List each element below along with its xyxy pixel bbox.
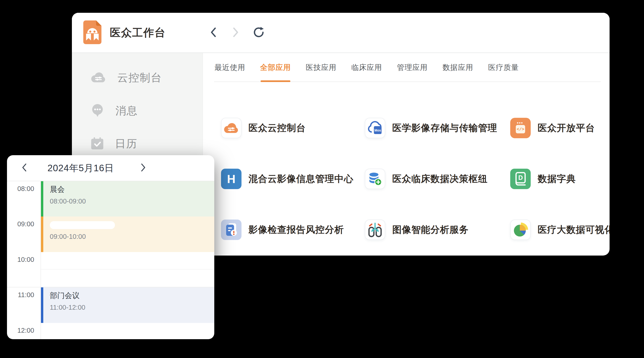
sidebar-item-calendar[interactable]: 日历 xyxy=(72,132,203,156)
event-time-range: 08:00-09:00 xyxy=(50,197,214,205)
app-name: 医众云控制台 xyxy=(248,122,306,134)
calendar-row-0800: 08:00 晨会 08:00-09:00 xyxy=(7,181,214,216)
app-data-dictionary[interactable]: D 数据字典 xyxy=(510,153,610,204)
svg-text:</>: </> xyxy=(517,127,524,132)
calendar-empty-slot[interactable] xyxy=(41,252,214,287)
svg-text:D: D xyxy=(518,174,523,181)
sidebar-item-messages[interactable]: 消息 xyxy=(72,99,203,123)
pie-chart-icon xyxy=(510,219,531,240)
lungs-icon xyxy=(365,219,385,240)
sidebar-item-cloud-console[interactable]: 云控制台 xyxy=(72,66,203,90)
app-clinical-data-hub[interactable]: 医众临床数据决策枢纽 xyxy=(365,153,510,204)
calendar-icon xyxy=(91,137,103,150)
database-plus-icon xyxy=(365,169,385,189)
cloud-mos-icon: Mos xyxy=(365,118,385,138)
time-label: 12:00 xyxy=(7,323,41,339)
app-imaging-storage-transfer[interactable]: Mos 医学影像存储与传输管理 xyxy=(365,102,510,153)
tab-bar: 最近使用 全部应用 医技应用 临床应用 管理应用 数据应用 医疗质量 xyxy=(214,53,610,82)
chevron-left-icon xyxy=(210,27,216,38)
svg-text:Mos: Mos xyxy=(374,129,381,132)
time-label: 11:00 xyxy=(7,287,41,323)
calendar-event-private[interactable]: 09:00-10:00 xyxy=(41,216,214,252)
sidebar-item-label: 日历 xyxy=(115,137,137,151)
chevron-right-icon xyxy=(141,163,146,173)
back-button[interactable] xyxy=(207,27,219,39)
app-name: 数据字典 xyxy=(538,172,576,185)
refresh-button[interactable] xyxy=(253,27,265,39)
app-report-risk-analysis[interactable]: 影像检查报告风控分析 xyxy=(221,204,365,255)
app-logo-icon xyxy=(83,20,102,45)
calendar-row-1000: 10:00 xyxy=(7,252,214,287)
app-name: 影像检查报告风控分析 xyxy=(248,223,344,236)
calendar-header: 2024年5月16日 xyxy=(7,155,214,181)
letter-h-icon: H xyxy=(221,169,242,189)
calendar-event-morning-meeting[interactable]: 晨会 08:00-09:00 xyxy=(41,181,214,216)
app-hybrid-cloud-imaging-center[interactable]: H 混合云影像信息管理中心 xyxy=(221,153,365,204)
app-name: 医学影像存储与传输管理 xyxy=(392,122,497,134)
event-title-redacted xyxy=(50,221,115,229)
report-alert-icon xyxy=(221,219,242,240)
event-time-range: 11:00-12:00 xyxy=(50,304,214,311)
event-time-range: 09:00-10:00 xyxy=(50,233,214,240)
app-image-ai-analysis[interactable]: 图像智能分析服务 xyxy=(365,204,510,255)
cloud-sliders-icon xyxy=(221,118,242,138)
calendar-next-button[interactable] xyxy=(138,163,148,173)
app-open-platform[interactable]: </> 医众开放平台 xyxy=(510,102,610,153)
app-name: 医众开放平台 xyxy=(538,122,595,134)
calendar-row-1200: 12:00 xyxy=(7,323,214,339)
calendar-prev-button[interactable] xyxy=(19,163,29,173)
calendar-panel: 2024年5月16日 08:00 晨会 08:00-09:00 09:00 09… xyxy=(7,155,214,339)
app-name: 医众临床数据决策枢纽 xyxy=(392,172,488,185)
tab-all-apps[interactable]: 全部应用 xyxy=(260,53,291,82)
tab-data-apps[interactable]: 数据应用 xyxy=(442,53,474,82)
calendar-event-department-meeting[interactable]: 部门会议 11:00-12:00 xyxy=(41,287,214,323)
calendar-body: 08:00 晨会 08:00-09:00 09:00 09:00-10:00 1… xyxy=(7,181,214,339)
data-dictionary-icon: D xyxy=(510,169,531,189)
sidebar-item-label: 云控制台 xyxy=(117,71,162,85)
half-hour-divider xyxy=(41,252,214,269)
tab-medical-quality[interactable]: 医疗质量 xyxy=(488,53,519,82)
calendar-date: 2024年5月16日 xyxy=(48,162,114,175)
calendar-row-0900: 09:00 09:00-10:00 xyxy=(7,216,214,252)
event-title: 晨会 xyxy=(50,184,214,195)
window-header: 医众工作台 xyxy=(72,13,610,53)
code-window-icon: </> xyxy=(510,118,531,138)
refresh-icon xyxy=(253,26,264,39)
time-label: 08:00 xyxy=(7,181,41,216)
content-area: 最近使用 全部应用 医技应用 临床应用 管理应用 数据应用 医疗质量 xyxy=(203,53,610,256)
app-grid: 医众云控制台 Mos 医学影像存储与传输管理 xyxy=(214,102,610,255)
cloud-console-icon xyxy=(91,72,106,84)
calendar-empty-slot[interactable] xyxy=(41,323,214,339)
event-title: 部门会议 xyxy=(50,291,214,301)
chevron-right-icon xyxy=(233,27,239,38)
nav-group xyxy=(207,27,265,39)
tab-recently-used[interactable]: 最近使用 xyxy=(214,53,246,82)
chevron-left-icon xyxy=(22,163,27,173)
messages-icon xyxy=(91,104,104,118)
app-cloud-console[interactable]: 医众云控制台 xyxy=(221,102,365,153)
svg-text:H: H xyxy=(227,173,236,186)
tab-medtech-apps[interactable]: 医技应用 xyxy=(305,53,337,82)
calendar-row-1100: 11:00 部门会议 11:00-12:00 xyxy=(7,287,214,323)
app-name: 混合云影像信息管理中心 xyxy=(248,172,354,185)
active-tab-underline xyxy=(260,80,290,82)
tab-clinical-apps[interactable]: 临床应用 xyxy=(351,53,382,82)
sidebar-item-label: 消息 xyxy=(116,104,138,118)
time-label: 10:00 xyxy=(7,252,41,287)
page-title: 医众工作台 xyxy=(110,25,166,40)
forward-button[interactable] xyxy=(230,27,242,39)
tab-management-apps[interactable]: 管理应用 xyxy=(396,53,428,82)
app-name: 图像智能分析服务 xyxy=(392,223,468,236)
time-label: 09:00 xyxy=(7,216,41,252)
app-big-data-visualization[interactable]: 医疗大数据可视化 xyxy=(510,204,610,255)
app-name: 医疗大数据可视化 xyxy=(538,223,610,236)
